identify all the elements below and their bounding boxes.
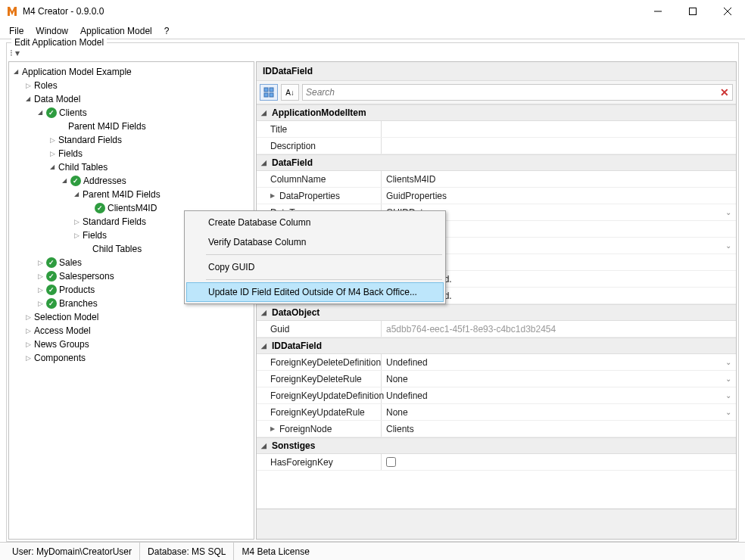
prop-fkuprule-label: ForeignKeyUpdateRule xyxy=(257,404,382,420)
cat-applicationmodelitem[interactable]: ◢ApplicationModelItem xyxy=(257,104,736,121)
ctx-create-column[interactable]: Create Database Column xyxy=(186,213,444,232)
prop-title-value[interactable] xyxy=(382,121,736,137)
prop-guid-value: a5dbb764-eec1-45f1-8e93-c4bc1d3b2454 xyxy=(382,321,736,337)
maximize-button[interactable] xyxy=(675,0,710,23)
prop-foreignnode-value[interactable]: Clients xyxy=(382,421,736,437)
group-legend: Edit Application Model xyxy=(11,37,107,48)
tree-clients-fields[interactable]: Fields xyxy=(47,147,252,160)
ctx-separator xyxy=(206,279,442,280)
svg-rect-1 xyxy=(264,88,268,92)
check-icon xyxy=(70,176,81,186)
tree-access-model[interactable]: Access Model xyxy=(23,324,252,338)
menu-help[interactable]: ? xyxy=(158,24,176,38)
property-grid: ◢ApplicationModelItem Title Description … xyxy=(257,104,736,509)
svg-rect-3 xyxy=(264,93,268,97)
status-license: M4 Beta License xyxy=(234,543,316,560)
prop-foreignnode-label: ▶ForeignNode xyxy=(257,421,382,437)
check-icon xyxy=(46,107,57,118)
prop-fkdelrule-label: ForeignKeyDeleteRule xyxy=(257,371,382,387)
tree-components[interactable]: Components xyxy=(23,351,252,365)
menu-application-model[interactable]: Application Model xyxy=(74,24,158,38)
prop-fkupdef-label: ForeignKeyUpdateDefinition xyxy=(257,387,382,403)
prop-columnname-label: ColumnName xyxy=(257,171,382,187)
ctx-copy-guid[interactable]: Copy GUID xyxy=(186,257,444,277)
tree-roles[interactable]: Roles xyxy=(23,79,252,92)
search-input[interactable] xyxy=(306,87,720,98)
svg-rect-2 xyxy=(270,88,273,92)
search-box[interactable]: ✕ xyxy=(302,84,733,101)
properties-toolbar: A↓ ✕ xyxy=(257,81,736,104)
tree-selection-model[interactable]: Selection Model xyxy=(23,310,252,324)
ctx-verify-column[interactable]: Verify Database Column xyxy=(186,232,444,252)
prop-guid-label: Guid xyxy=(257,321,382,337)
check-icon xyxy=(46,298,57,309)
svg-rect-4 xyxy=(270,93,273,97)
check-icon xyxy=(95,203,105,213)
toolbar-dropdown[interactable]: ⁝ ▾ xyxy=(10,48,20,58)
tree-root[interactable]: Application Model Example xyxy=(11,65,252,79)
menubar: File Window Application Model ? xyxy=(0,23,745,39)
cat-sonstiges[interactable]: ◢Sonstiges xyxy=(257,437,736,454)
hasforeignkey-checkbox[interactable] xyxy=(386,457,396,467)
prop-hasforeignkey-value[interactable] xyxy=(382,454,736,470)
menu-file[interactable]: File xyxy=(3,24,30,38)
cat-datafield[interactable]: ◢DataField xyxy=(257,154,736,171)
alphabetical-button[interactable]: A↓ xyxy=(281,84,299,101)
status-database: Database: MS SQL xyxy=(140,543,234,560)
tree-clients[interactable]: Clients xyxy=(35,106,252,120)
clear-search-icon[interactable]: ✕ xyxy=(720,86,729,98)
prop-fkuprule-value[interactable]: None xyxy=(382,404,736,420)
tree-clients-parent-fields[interactable]: Parent M4ID Fields xyxy=(47,120,252,133)
close-button[interactable] xyxy=(710,0,745,23)
context-menu: Create Database Column Verify Database C… xyxy=(184,210,446,304)
prop-columnname-value[interactable]: ClientsM4ID xyxy=(382,171,736,187)
check-icon xyxy=(46,285,57,295)
prop-dataproperties-value[interactable]: GuidProperties xyxy=(382,188,736,204)
svg-rect-0 xyxy=(690,8,697,15)
prop-hasforeignkey-label: HasForeignKey xyxy=(257,454,382,470)
check-icon xyxy=(46,271,57,282)
tree-addresses[interactable]: Addresses xyxy=(59,174,252,188)
tree-clients-standard-fields[interactable]: Standard Fields xyxy=(47,133,252,147)
tree-data-model[interactable]: Data Model xyxy=(23,92,252,106)
prop-description-value[interactable] xyxy=(382,138,736,154)
cat-dataobject[interactable]: ◢DataObject xyxy=(257,304,736,321)
check-icon xyxy=(46,257,57,268)
window-title: M4 Creator - 0.9.0.0 xyxy=(23,6,641,17)
ctx-update-id-field[interactable]: Update ID Field Edited Outside Of M4 Bac… xyxy=(186,282,444,302)
status-user: User: MyDomain\CreatorUser xyxy=(5,543,140,560)
prop-title-label: Title xyxy=(257,121,382,137)
prop-fkupdef-value[interactable]: Undefined xyxy=(382,387,736,403)
properties-header: IDDataField xyxy=(257,62,736,81)
prop-fkdeldef-label: ForeignKeyDeleteDefinition xyxy=(257,354,382,370)
statusbar: User: MyDomain\CreatorUser Database: MS … xyxy=(0,542,745,560)
group-toolbar: ⁝ ▾ xyxy=(7,43,738,60)
description-pane xyxy=(257,509,736,539)
minimize-button[interactable] xyxy=(641,0,675,23)
tree-addresses-parent-fields[interactable]: Parent M4ID Fields xyxy=(71,188,252,201)
app-icon xyxy=(6,5,18,17)
menu-window[interactable]: Window xyxy=(30,24,74,38)
prop-fkdelrule-value[interactable]: None xyxy=(382,371,736,387)
categorized-button[interactable] xyxy=(260,84,278,101)
prop-description-label: Description xyxy=(257,138,382,154)
prop-fkdeldef-value[interactable]: Undefined xyxy=(382,354,736,370)
tree-clients-child-tables[interactable]: Child Tables xyxy=(47,160,252,174)
ctx-separator xyxy=(206,254,442,255)
titlebar: M4 Creator - 0.9.0.0 xyxy=(0,0,745,23)
tree-news-groups[interactable]: News Groups xyxy=(23,338,252,351)
prop-dataproperties-label: ▶DataProperties xyxy=(257,188,382,204)
cat-iddatafield[interactable]: ◢IDDataField xyxy=(257,338,736,354)
